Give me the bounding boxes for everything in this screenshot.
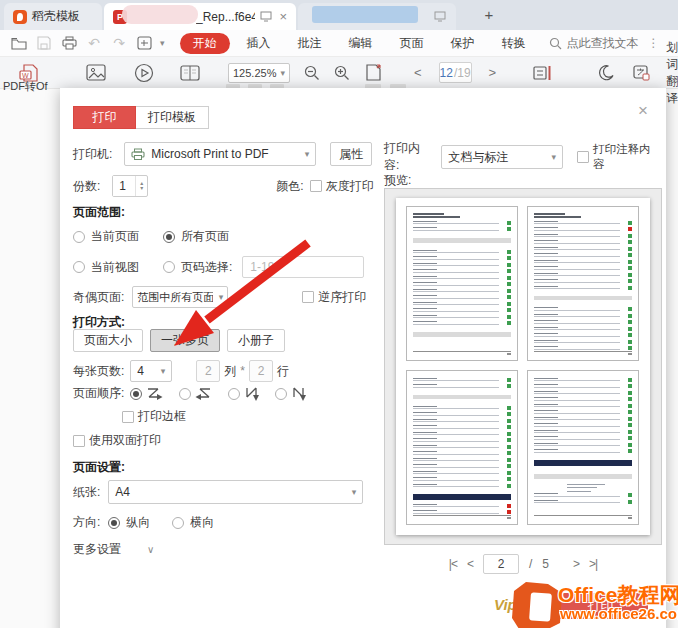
- share-screen-icon[interactable]: [260, 11, 272, 22]
- search-more-icon[interactable]: ⋮: [648, 36, 660, 50]
- copies-stepper[interactable]: ▴ ▾: [112, 175, 148, 197]
- order-vertical-reverse[interactable]: [275, 386, 306, 402]
- night-mode-icon[interactable]: [597, 64, 615, 82]
- redo-icon[interactable]: ↷: [110, 34, 128, 52]
- order-horizontal-reverse[interactable]: [179, 386, 212, 401]
- all-pages-radio[interactable]: [163, 231, 175, 243]
- printer-icon: [131, 148, 145, 160]
- find-text-box[interactable]: 点此查找文本: [549, 35, 639, 52]
- search-icon: [549, 37, 562, 50]
- menu-protect[interactable]: 保护: [441, 35, 485, 52]
- read-mode-icon[interactable]: [180, 65, 200, 81]
- word-translate-label: 划词翻译: [666, 39, 678, 107]
- print-dialog: × 打印 打印模板 打印机: Microsoft Print to PDF ▾ …: [60, 88, 666, 628]
- order-vertical[interactable]: [228, 386, 259, 402]
- landscape-radio[interactable]: [172, 517, 184, 529]
- menu-convert[interactable]: 转换: [492, 35, 536, 52]
- printer-properties-button[interactable]: 属性: [330, 142, 372, 166]
- page-range-title: 页面范围:: [73, 204, 125, 221]
- print-preview-area: [384, 188, 662, 545]
- undo-icon[interactable]: ↶: [85, 34, 103, 52]
- current-page-radio[interactable]: [73, 231, 85, 243]
- tab-pdf-label: _Rep...f6e4f5422.pdf: [196, 10, 255, 24]
- window-tab-bar: 稻壳模板 P _Rep...f6e4f5422.pdf × +: [0, 0, 678, 30]
- pager-first-button[interactable]: |<: [449, 557, 457, 571]
- total-pages: /19: [454, 66, 471, 80]
- page-order-label: 页面顺序:: [73, 385, 124, 402]
- columns-input[interactable]: [196, 360, 220, 382]
- order-horizontal-reverse-radio[interactable]: [179, 388, 191, 400]
- new-tab-button[interactable]: +: [478, 4, 500, 26]
- odd-even-value: 范围中所有页面: [137, 290, 212, 305]
- fit-page-icon[interactable]: [531, 64, 553, 82]
- pager-prev-button[interactable]: <: [467, 557, 473, 571]
- print-content-select[interactable]: 文档与标注 ▾: [441, 145, 563, 169]
- dialog-tab-print[interactable]: 打印: [73, 106, 136, 129]
- order-vertical-radio[interactable]: [228, 388, 240, 400]
- printer-select[interactable]: Microsoft Print to PDF ▾: [124, 142, 316, 166]
- menu-comment[interactable]: 批注: [288, 35, 332, 52]
- mode-multi-page-button[interactable]: 一张多页: [150, 329, 220, 352]
- copies-input[interactable]: [113, 176, 135, 196]
- next-page-icon[interactable]: >: [486, 65, 500, 80]
- print-border-checkbox[interactable]: [122, 411, 134, 423]
- menu-home[interactable]: 开始: [180, 33, 230, 54]
- pager-current-input[interactable]: [483, 554, 519, 574]
- odd-even-select[interactable]: 范围中所有页面 ▾: [132, 286, 228, 308]
- grayscale-checkbox[interactable]: [310, 180, 322, 192]
- dialog-close-icon[interactable]: ×: [638, 104, 648, 118]
- toolbar-expand-caret-icon[interactable]: ▾: [160, 38, 165, 48]
- prev-page-icon[interactable]: <: [411, 65, 425, 80]
- copies-label: 份数:: [73, 178, 100, 195]
- tab-docer-label: 稻壳模板: [32, 8, 80, 25]
- columns-label: 列: [224, 363, 236, 380]
- print-annotation-checkbox[interactable]: [577, 151, 589, 163]
- tab-docer-templates[interactable]: 稻壳模板: [4, 3, 102, 30]
- duplex-checkbox[interactable]: [73, 435, 85, 447]
- dialog-tab-print-template[interactable]: 打印模板: [136, 106, 209, 129]
- mode-booklet-button[interactable]: 小册子: [227, 329, 285, 352]
- odd-even-label: 奇偶页面:: [73, 289, 124, 306]
- copies-spin-arrows[interactable]: ▴ ▾: [135, 176, 147, 196]
- paper-select[interactable]: A4 ▾: [108, 480, 363, 504]
- zoom-out-icon[interactable]: [304, 65, 320, 81]
- print-content-label: 打印内容:: [384, 140, 435, 174]
- more-settings-link[interactable]: 更多设置: [73, 541, 121, 558]
- zoom-value: 125.25%: [233, 67, 276, 79]
- more-settings-chevron-icon[interactable]: ∨: [147, 544, 154, 555]
- reverse-print-checkbox[interactable]: [302, 291, 314, 303]
- play-slideshow-icon[interactable]: [134, 63, 154, 83]
- form-tool-icon[interactable]: [135, 34, 153, 52]
- mode-page-size-button[interactable]: 页面大小: [73, 329, 143, 352]
- portrait-radio[interactable]: [108, 517, 120, 529]
- insert-picture-icon[interactable]: [86, 64, 106, 81]
- pages-per-sheet-select[interactable]: 4 ▾: [130, 360, 172, 382]
- order-horizontal[interactable]: [130, 386, 163, 401]
- rows-input[interactable]: [249, 360, 273, 382]
- page-select-radio[interactable]: [163, 261, 175, 273]
- pager-next-button[interactable]: >: [573, 557, 579, 571]
- menu-page[interactable]: 页面: [390, 35, 434, 52]
- print-icon[interactable]: [60, 34, 78, 52]
- word-translate-icon[interactable]: [633, 65, 650, 81]
- order-horizontal-radio[interactable]: [130, 388, 142, 400]
- odd-even-caret-icon: ▾: [219, 292, 224, 302]
- menu-edit[interactable]: 编辑: [339, 35, 383, 52]
- page-number-box[interactable]: 12 /19: [439, 62, 472, 83]
- page-range-input[interactable]: [242, 256, 364, 278]
- tab-close-icon[interactable]: ×: [279, 9, 287, 24]
- per-sheet-caret-icon: ▾: [161, 366, 166, 376]
- pager-last-button[interactable]: >|: [589, 557, 597, 571]
- current-view-radio[interactable]: [73, 261, 85, 273]
- open-file-icon[interactable]: [10, 34, 28, 52]
- preview-page-thumbnail: [406, 370, 518, 525]
- save-icon[interactable]: [35, 34, 53, 52]
- spin-down-icon[interactable]: ▾: [140, 186, 143, 191]
- new-from-page-icon[interactable]: [364, 63, 383, 82]
- order-vertical-reverse-radio[interactable]: [275, 388, 287, 400]
- menu-insert[interactable]: 插入: [237, 35, 281, 52]
- zoom-level-control[interactable]: 125.25% ▾: [228, 63, 290, 83]
- pages-per-sheet-label: 每张页数:: [73, 363, 124, 380]
- print-confirm-button[interactable]: 打印: [553, 593, 648, 619]
- zoom-in-icon[interactable]: [334, 65, 350, 81]
